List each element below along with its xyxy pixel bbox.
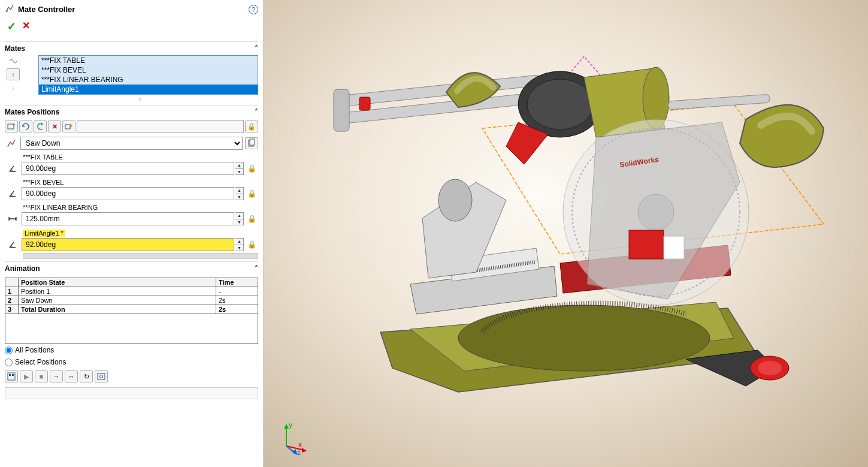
lock-icon[interactable]: 🔒 xyxy=(245,189,258,198)
stop-icon[interactable]: ■ xyxy=(35,370,48,382)
mate-value-input[interactable] xyxy=(22,162,234,175)
svg-rect-24 xyxy=(668,94,770,110)
mate-field: ***FIX TABLE ▲▼ 🔒 xyxy=(5,153,258,175)
radio-all-positions[interactable]: All Positions xyxy=(5,344,258,356)
animation-table: Position State Time 1 Position 1 - 2 Saw… xyxy=(5,278,258,314)
lock-icon[interactable]: 🔒 xyxy=(245,240,258,249)
add-position-icon[interactable] xyxy=(5,120,18,132)
panel-header: Mate Controller ? xyxy=(5,2,258,19)
animation-timeline[interactable] xyxy=(5,387,258,399)
radio-select-positions[interactable]: Select Positions xyxy=(5,356,258,368)
panel-title: Mate Controller xyxy=(18,5,249,14)
animation-section-header[interactable]: Animation ˄ xyxy=(5,261,258,275)
radio-input[interactable] xyxy=(5,358,13,366)
spinner[interactable]: ▲▼ xyxy=(235,162,244,175)
collect-mates-icon[interactable] xyxy=(7,55,20,67)
position-state-icon xyxy=(5,138,18,148)
spinner-down-icon: ▼ xyxy=(235,194,243,200)
spinner-up-icon: ▲ xyxy=(235,162,243,169)
section-label: Mates xyxy=(5,44,25,53)
move-up-button[interactable]: ↑ xyxy=(7,68,20,80)
svg-point-17 xyxy=(527,79,593,129)
mates-listbox[interactable]: ***FIX TABLE ***FIX BEVEL ***FIX LINEAR … xyxy=(38,55,258,95)
mate-item[interactable]: ***FIX TABLE xyxy=(39,56,258,65)
mate-item[interactable]: ***FIX BEVEL xyxy=(39,65,258,75)
limit-slider[interactable] xyxy=(23,253,258,259)
play-loop-icon[interactable]: ↻ xyxy=(80,370,93,382)
save-animation-icon[interactable] xyxy=(95,370,108,382)
svg-text:x: x xyxy=(298,441,302,449)
spinner-up-icon: ▲ xyxy=(235,239,243,245)
mate-value-input[interactable] xyxy=(22,187,234,200)
delete-position-icon[interactable]: ✕ xyxy=(48,120,61,132)
spinner-down-icon: ▼ xyxy=(235,219,243,225)
table-row[interactable]: 2 Saw Down 2s xyxy=(5,296,258,305)
saw-base xyxy=(380,302,758,392)
mates-side-controls: ↑ ↓ xyxy=(5,55,22,103)
cancel-icon[interactable]: ✕ xyxy=(22,20,30,33)
animation-table-empty-area xyxy=(5,314,258,344)
add-config-icon[interactable] xyxy=(245,137,258,149)
move-down-button[interactable]: ↓ xyxy=(7,82,20,94)
mate-value-input[interactable] xyxy=(22,238,234,251)
svg-rect-7 xyxy=(12,374,14,376)
playback-toolbar: ▶ ■ → ↔ ↻ xyxy=(5,368,258,385)
play-icon[interactable]: ▶ xyxy=(20,370,33,382)
calculate-icon[interactable] xyxy=(5,370,18,382)
angle-icon xyxy=(5,189,20,198)
mate-value-input[interactable] xyxy=(22,212,234,225)
chevron-up-icon: ˄ xyxy=(255,264,258,273)
spinner-down-icon: ▼ xyxy=(235,169,243,175)
svg-rect-15 xyxy=(359,97,370,110)
mates-section-header[interactable]: Mates ˄ xyxy=(5,41,258,55)
col-time: Time xyxy=(216,278,258,287)
spinner[interactable]: ▲▼ xyxy=(235,187,244,200)
mate-item[interactable]: ***FIX LINEAR BEARING xyxy=(39,75,258,85)
svg-rect-8 xyxy=(98,373,105,379)
svg-rect-14 xyxy=(334,89,349,131)
play-reciprocate-icon[interactable]: ↔ xyxy=(65,370,78,382)
mate-controller-icon xyxy=(5,4,14,15)
table-row[interactable]: 3 Total Duration 2s xyxy=(5,305,258,314)
angle-icon xyxy=(5,240,20,249)
svg-rect-4 xyxy=(250,139,255,145)
help-icon[interactable]: ? xyxy=(249,5,258,14)
update-position-icon[interactable] xyxy=(19,120,32,132)
spinner-up-icon: ▲ xyxy=(235,213,243,219)
reset-position-icon[interactable] xyxy=(34,120,47,132)
position-state-select[interactable]: Saw Down xyxy=(20,137,243,150)
mate-field-highlighted: LimitAngle1 * ▲▼ 🔒 xyxy=(5,229,258,259)
play-forward-icon[interactable]: → xyxy=(50,370,63,382)
confirm-cancel-row: ✓ ✕ xyxy=(5,19,258,39)
position-name-field[interactable] xyxy=(77,120,244,133)
spinner-down-icon: ▼ xyxy=(235,245,243,251)
lock-all-icon[interactable]: 🔒 xyxy=(245,120,258,132)
rename-position-icon[interactable] xyxy=(62,120,75,132)
graphics-viewport[interactable]: SolidWorks y x z xyxy=(264,0,868,467)
svg-marker-28 xyxy=(284,424,289,429)
spinner[interactable]: ▲▼ xyxy=(235,212,244,225)
mate-field: ***FIX BEVEL ▲▼ 🔒 xyxy=(5,179,258,200)
radio-input[interactable] xyxy=(5,347,13,354)
distance-icon xyxy=(5,214,20,224)
lock-icon[interactable]: 🔒 xyxy=(245,215,258,223)
table-row[interactable]: 1 Position 1 - xyxy=(5,287,258,296)
view-triad-icon[interactable]: y x z xyxy=(276,419,311,455)
svg-text:z: z xyxy=(297,448,301,455)
svg-rect-22 xyxy=(629,230,664,259)
section-label: Animation xyxy=(5,264,40,273)
svg-text:y: y xyxy=(289,421,292,429)
spinner[interactable]: ▲▼ xyxy=(235,238,244,251)
mate-item-selected[interactable]: LimitAngle1 xyxy=(39,85,258,94)
miter-saw-model[interactable]: SolidWorks xyxy=(303,32,830,416)
mate-field-label: ***FIX BEVEL xyxy=(5,179,258,186)
mates-positions-section-header[interactable]: Mates Positions ˄ xyxy=(5,105,258,119)
svg-point-10 xyxy=(458,305,710,371)
lock-icon[interactable]: 🔒 xyxy=(245,164,258,173)
ok-icon[interactable]: ✓ xyxy=(7,20,16,33)
mate-field: ***FIX LINEAR BEARING ▲▼ 🔒 xyxy=(5,204,258,225)
section-label: Mates Positions xyxy=(5,108,59,116)
svg-point-0 xyxy=(7,10,8,12)
resize-handle-icon[interactable]: ○ xyxy=(22,96,258,103)
mate-field-label: ***FIX TABLE xyxy=(5,153,258,161)
